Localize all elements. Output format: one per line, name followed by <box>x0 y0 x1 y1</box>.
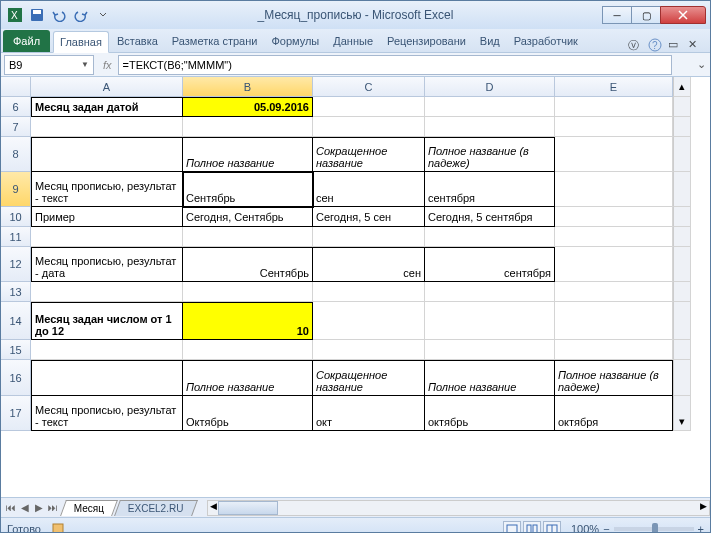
cell-B8[interactable]: Полное название <box>183 137 313 172</box>
zoom-slider[interactable] <box>614 527 694 531</box>
vscroll[interactable] <box>673 97 691 117</box>
cell-A17[interactable]: Месяц прописью, результат - текст <box>31 396 183 431</box>
cell-A16[interactable] <box>31 360 183 396</box>
row-header-16[interactable]: 16 <box>1 360 31 396</box>
row-header-12[interactable]: 12 <box>1 247 31 282</box>
cell-C9[interactable]: сен <box>313 172 425 207</box>
vscroll[interactable] <box>673 247 691 282</box>
cell-B12[interactable]: Сентябрь <box>183 247 313 282</box>
row-header-10[interactable]: 10 <box>1 207 31 227</box>
cell-D9[interactable]: сентября <box>425 172 555 207</box>
row-header-6[interactable]: 6 <box>1 97 31 117</box>
cell-B7[interactable] <box>183 117 313 137</box>
cell-E7[interactable] <box>555 117 673 137</box>
vscroll[interactable] <box>673 227 691 247</box>
cell-E12[interactable] <box>555 247 673 282</box>
tab-formulas[interactable]: Формулы <box>265 30 325 52</box>
cell-A7[interactable] <box>31 117 183 137</box>
cell-E17[interactable]: октября <box>555 396 673 431</box>
cell-D17[interactable]: октябрь <box>425 396 555 431</box>
cell-D10[interactable]: Сегодня, 5 сентября <box>425 207 555 227</box>
zoom-level[interactable]: 100% <box>571 523 599 534</box>
col-header-A[interactable]: A <box>31 77 183 97</box>
col-header-C[interactable]: C <box>313 77 425 97</box>
row-header-13[interactable]: 13 <box>1 282 31 302</box>
cell-A8[interactable] <box>31 137 183 172</box>
cell-A9[interactable]: Месяц прописью, результат - текст <box>31 172 183 207</box>
hscroll-thumb[interactable] <box>218 501 278 515</box>
help-icon[interactable]: ? <box>648 38 662 52</box>
cell-E10[interactable] <box>555 207 673 227</box>
undo-icon[interactable] <box>49 5 69 25</box>
formula-input[interactable]: =ТЕКСТ(B6;"ММММ") <box>118 55 672 75</box>
name-box[interactable]: B9 ▼ <box>4 55 94 75</box>
scroll-up-icon[interactable]: ▴ <box>673 77 691 97</box>
redo-icon[interactable] <box>71 5 91 25</box>
cell-D8[interactable]: Полное название (в падеже) <box>425 137 555 172</box>
cell-A14[interactable]: Месяц задан числом от 1 до 12 <box>31 302 183 340</box>
zoom-out-icon[interactable]: − <box>603 523 609 534</box>
vscroll[interactable] <box>673 282 691 302</box>
cell-B17[interactable]: Октябрь <box>183 396 313 431</box>
vscroll[interactable] <box>673 137 691 172</box>
sheet-nav-last-icon[interactable]: ⏭ <box>47 502 59 513</box>
cell-C13[interactable] <box>313 282 425 302</box>
row-header-9[interactable]: 9 <box>1 172 31 207</box>
cell-D13[interactable] <box>425 282 555 302</box>
cell-B10[interactable]: Сегодня, Сентябрь <box>183 207 313 227</box>
macro-record-icon[interactable] <box>51 522 65 534</box>
maximize-button[interactable]: ▢ <box>631 6 661 24</box>
cell-C14[interactable] <box>313 302 425 340</box>
cell-B13[interactable] <box>183 282 313 302</box>
col-header-D[interactable]: D <box>425 77 555 97</box>
tab-data[interactable]: Данные <box>327 30 379 52</box>
cell-C10[interactable]: Сегодня, 5 сен <box>313 207 425 227</box>
cell-C12[interactable]: сен <box>313 247 425 282</box>
row-header-8[interactable]: 8 <box>1 137 31 172</box>
cell-D11[interactable] <box>425 227 555 247</box>
cell-C6[interactable] <box>313 97 425 117</box>
sheet-nav-next-icon[interactable]: ▶ <box>33 502 45 513</box>
cell-B9[interactable]: Сентябрь <box>183 172 313 207</box>
cell-B11[interactable] <box>183 227 313 247</box>
cell-E15[interactable] <box>555 340 673 360</box>
col-header-E[interactable]: E <box>555 77 673 97</box>
scroll-down-icon[interactable]: ▾ <box>673 396 691 431</box>
cell-E6[interactable] <box>555 97 673 117</box>
tab-page-layout[interactable]: Разметка страни <box>166 30 264 52</box>
hscroll-left-icon[interactable]: ◀ <box>210 501 217 511</box>
save-icon[interactable] <box>27 5 47 25</box>
qat-dropdown-icon[interactable] <box>93 5 113 25</box>
col-header-B[interactable]: B <box>183 77 313 97</box>
vscroll[interactable] <box>673 340 691 360</box>
horizontal-scrollbar[interactable]: ◀ ▶ <box>207 500 710 516</box>
zoom-thumb[interactable] <box>652 523 658 534</box>
sheet-nav[interactable]: ⏮ ◀ ▶ ⏭ <box>1 502 63 513</box>
cell-B6[interactable]: 05.09.2016 <box>183 97 313 117</box>
cell-B15[interactable] <box>183 340 313 360</box>
view-normal-icon[interactable] <box>503 521 521 534</box>
view-page-layout-icon[interactable] <box>523 521 541 534</box>
row-header-17[interactable]: 17 <box>1 396 31 431</box>
cell-B16[interactable]: Полное название <box>183 360 313 396</box>
sheet-nav-prev-icon[interactable]: ◀ <box>19 502 31 513</box>
sheet-tab-active[interactable]: Месяц <box>60 500 118 516</box>
cell-A11[interactable] <box>31 227 183 247</box>
vscroll[interactable] <box>673 302 691 340</box>
window-restore-icon[interactable]: ▭ <box>668 38 682 52</box>
tab-home[interactable]: Главная <box>53 31 109 53</box>
excel-icon[interactable]: X <box>5 5 25 25</box>
tab-developer[interactable]: Разработчик <box>508 30 584 52</box>
cell-D6[interactable] <box>425 97 555 117</box>
cell-C16[interactable]: Сокращенное название <box>313 360 425 396</box>
cell-D15[interactable] <box>425 340 555 360</box>
minimize-ribbon-icon[interactable]: ⓥ <box>628 38 642 52</box>
row-header-14[interactable]: 14 <box>1 302 31 340</box>
cell-A13[interactable] <box>31 282 183 302</box>
cell-A15[interactable] <box>31 340 183 360</box>
file-tab[interactable]: Файл <box>3 30 50 52</box>
row-header-11[interactable]: 11 <box>1 227 31 247</box>
sheet-tab-inactive[interactable]: EXCEL2.RU <box>114 500 197 516</box>
cell-E8[interactable] <box>555 137 673 172</box>
cell-A6[interactable]: Месяц задан датой <box>31 97 183 117</box>
